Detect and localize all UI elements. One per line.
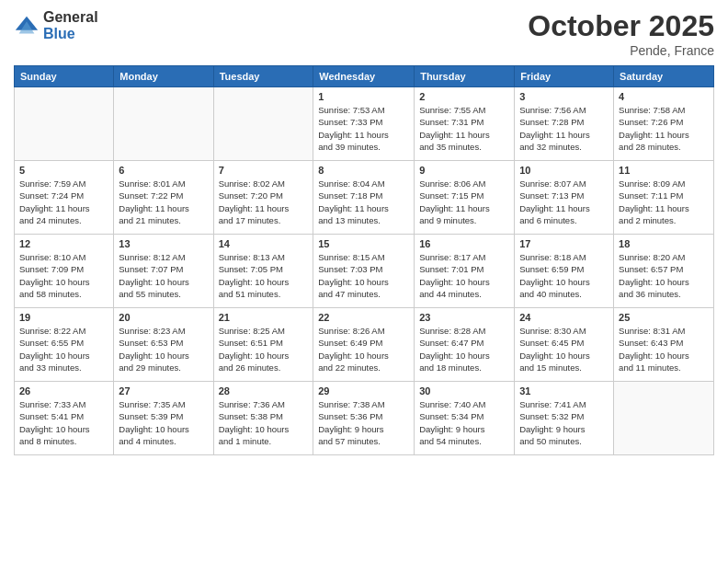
day-info: Sunrise: 8:02 AMSunset: 7:20 PMDaylight:… [219,178,309,226]
day-number: 8 [318,165,409,176]
day-number: 29 [318,385,409,396]
day-number: 23 [419,312,509,323]
day-number: 5 [19,165,108,176]
day-info: Sunrise: 7:55 AMSunset: 7:31 PMDaylight:… [419,104,509,153]
day-number: 26 [19,385,108,396]
day-number: 27 [119,385,208,396]
logo-icon [14,13,40,39]
table-row: 2Sunrise: 7:55 AMSunset: 7:31 PMDaylight… [415,87,515,161]
day-number: 17 [519,238,609,249]
table-row: 25Sunrise: 8:31 AMSunset: 6:43 PMDayligh… [614,308,714,382]
table-row: 10Sunrise: 8:07 AMSunset: 7:13 PMDayligh… [515,161,614,235]
calendar-week-row: 1Sunrise: 7:53 AMSunset: 7:33 PMDaylight… [15,87,714,161]
day-info: Sunrise: 8:17 AMSunset: 7:01 PMDaylight:… [419,251,509,300]
table-row: 1Sunrise: 7:53 AMSunset: 7:33 PMDaylight… [313,87,415,161]
col-tuesday: Tuesday [213,66,313,87]
table-row: 23Sunrise: 8:28 AMSunset: 6:47 PMDayligh… [415,308,515,382]
table-row: 8Sunrise: 8:04 AMSunset: 7:18 PMDaylight… [313,161,415,235]
calendar-week-row: 19Sunrise: 8:22 AMSunset: 6:55 PMDayligh… [15,308,714,382]
table-row: 12Sunrise: 8:10 AMSunset: 7:09 PMDayligh… [15,235,114,308]
day-info: Sunrise: 7:56 AMSunset: 7:28 PMDaylight:… [519,104,609,153]
table-row: 16Sunrise: 8:17 AMSunset: 7:01 PMDayligh… [415,235,515,308]
table-row: 20Sunrise: 8:23 AMSunset: 6:53 PMDayligh… [114,308,213,382]
col-monday: Monday [114,66,213,87]
day-number: 14 [219,238,309,249]
day-info: Sunrise: 7:35 AMSunset: 5:39 PMDaylight:… [119,398,208,447]
day-number: 19 [19,312,108,323]
day-info: Sunrise: 7:59 AMSunset: 7:24 PMDaylight:… [19,178,108,226]
page-header: General Blue October 2025 Pende, France [14,9,714,58]
calendar-table: Sunday Monday Tuesday Wednesday Thursday… [14,65,714,455]
table-row: 24Sunrise: 8:30 AMSunset: 6:45 PMDayligh… [515,308,614,382]
location: Pende, France [528,43,714,58]
day-number: 15 [318,238,409,249]
day-info: Sunrise: 8:30 AMSunset: 6:45 PMDaylight:… [519,325,609,373]
calendar-week-row: 5Sunrise: 7:59 AMSunset: 7:24 PMDaylight… [15,161,714,235]
day-number: 3 [519,91,609,102]
table-row: 28Sunrise: 7:36 AMSunset: 5:38 PMDayligh… [213,382,313,455]
day-info: Sunrise: 8:01 AMSunset: 7:22 PMDaylight:… [119,178,208,226]
month-title: October 2025 [528,9,714,43]
day-number: 16 [419,238,509,249]
day-info: Sunrise: 7:33 AMSunset: 5:41 PMDaylight:… [19,398,108,447]
table-row: 6Sunrise: 8:01 AMSunset: 7:22 PMDaylight… [114,161,213,235]
day-info: Sunrise: 8:06 AMSunset: 7:15 PMDaylight:… [419,178,509,226]
day-number: 21 [219,312,309,323]
day-info: Sunrise: 8:15 AMSunset: 7:03 PMDaylight:… [318,251,409,300]
day-number: 31 [519,385,609,396]
col-saturday: Saturday [614,66,714,87]
table-row [213,87,313,161]
day-info: Sunrise: 8:04 AMSunset: 7:18 PMDaylight:… [318,178,409,226]
day-info: Sunrise: 8:25 AMSunset: 6:51 PMDaylight:… [219,325,309,373]
day-info: Sunrise: 8:31 AMSunset: 6:43 PMDaylight:… [619,325,709,373]
table-row: 19Sunrise: 8:22 AMSunset: 6:55 PMDayligh… [15,308,114,382]
table-row: 13Sunrise: 8:12 AMSunset: 7:07 PMDayligh… [114,235,213,308]
table-row: 11Sunrise: 8:09 AMSunset: 7:11 PMDayligh… [614,161,714,235]
day-number: 22 [318,312,409,323]
day-number: 18 [619,238,709,249]
day-info: Sunrise: 7:58 AMSunset: 7:26 PMDaylight:… [619,104,709,153]
day-info: Sunrise: 7:53 AMSunset: 7:33 PMDaylight:… [318,104,409,153]
table-row: 5Sunrise: 7:59 AMSunset: 7:24 PMDaylight… [15,161,114,235]
day-info: Sunrise: 7:41 AMSunset: 5:32 PMDaylight:… [519,398,609,447]
table-row: 14Sunrise: 8:13 AMSunset: 7:05 PMDayligh… [213,235,313,308]
col-friday: Friday [515,66,614,87]
table-row: 4Sunrise: 7:58 AMSunset: 7:26 PMDaylight… [614,87,714,161]
table-row: 18Sunrise: 8:20 AMSunset: 6:57 PMDayligh… [614,235,714,308]
day-number: 1 [318,91,409,102]
day-info: Sunrise: 8:26 AMSunset: 6:49 PMDaylight:… [318,325,409,373]
table-row: 17Sunrise: 8:18 AMSunset: 6:59 PMDayligh… [515,235,614,308]
day-number: 9 [419,165,509,176]
day-number: 7 [219,165,309,176]
table-row: 22Sunrise: 8:26 AMSunset: 6:49 PMDayligh… [313,308,415,382]
day-info: Sunrise: 8:22 AMSunset: 6:55 PMDaylight:… [19,325,108,373]
day-number: 6 [119,165,208,176]
table-row: 30Sunrise: 7:40 AMSunset: 5:34 PMDayligh… [415,382,515,455]
day-info: Sunrise: 8:23 AMSunset: 6:53 PMDaylight:… [119,325,208,373]
table-row: 15Sunrise: 8:15 AMSunset: 7:03 PMDayligh… [313,235,415,308]
day-number: 10 [519,165,609,176]
day-number: 20 [119,312,208,323]
day-info: Sunrise: 7:40 AMSunset: 5:34 PMDaylight:… [419,398,509,447]
table-row [15,87,114,161]
day-number: 12 [19,238,108,249]
col-thursday: Thursday [415,66,515,87]
logo-text: General Blue [43,9,98,41]
table-row: 9Sunrise: 8:06 AMSunset: 7:15 PMDaylight… [415,161,515,235]
day-number: 13 [119,238,208,249]
table-row: 26Sunrise: 7:33 AMSunset: 5:41 PMDayligh… [15,382,114,455]
table-row: 29Sunrise: 7:38 AMSunset: 5:36 PMDayligh… [313,382,415,455]
table-row: 3Sunrise: 7:56 AMSunset: 7:28 PMDaylight… [515,87,614,161]
logo-general: General [43,9,98,26]
table-row: 27Sunrise: 7:35 AMSunset: 5:39 PMDayligh… [114,382,213,455]
day-info: Sunrise: 8:28 AMSunset: 6:47 PMDaylight:… [419,325,509,373]
day-number: 2 [419,91,509,102]
day-info: Sunrise: 7:38 AMSunset: 5:36 PMDaylight:… [318,398,409,447]
day-info: Sunrise: 8:10 AMSunset: 7:09 PMDaylight:… [19,251,108,300]
day-number: 25 [619,312,709,323]
table-row: 21Sunrise: 8:25 AMSunset: 6:51 PMDayligh… [213,308,313,382]
col-sunday: Sunday [15,66,114,87]
calendar-header-row: Sunday Monday Tuesday Wednesday Thursday… [15,66,714,87]
calendar-week-row: 26Sunrise: 7:33 AMSunset: 5:41 PMDayligh… [15,382,714,455]
col-wednesday: Wednesday [313,66,415,87]
